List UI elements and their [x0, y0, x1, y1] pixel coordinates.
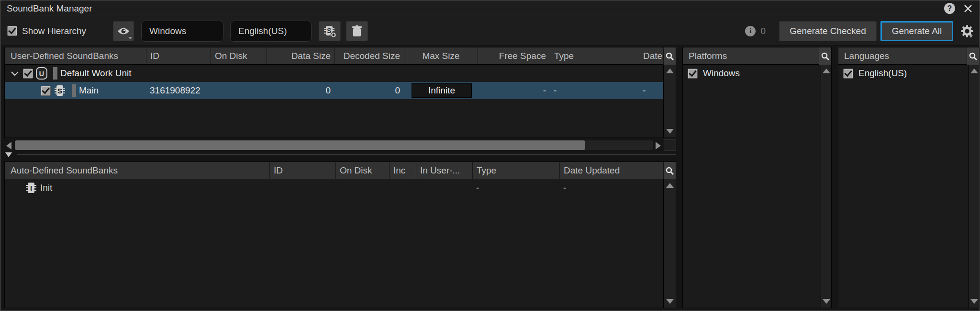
table-row-work-unit[interactable]: U Default Work Unit [5, 65, 663, 82]
column-header-type[interactable]: Type [472, 162, 559, 179]
column-header-date[interactable]: Date U [639, 47, 663, 64]
column-header-inuser[interactable]: In User-... [416, 162, 472, 179]
scroll-down-arrow[interactable] [666, 299, 674, 304]
table-row-main-soundbank[interactable]: S Main 3161908922 0 0 Infinite - [5, 82, 663, 99]
platforms-search-button[interactable] [819, 47, 831, 65]
soundbank-icon: S [53, 84, 67, 97]
titlebar: SoundBank Manager ? [1, 1, 979, 16]
settings-button[interactable] [960, 23, 974, 39]
column-header-ondisk[interactable]: On Disk [335, 162, 389, 179]
scroll-right-arrow[interactable] [656, 142, 661, 150]
soundbank-date: - [639, 85, 663, 96]
language-label: English(US) [858, 68, 907, 79]
scrollbar-corner [664, 139, 676, 151]
chevron-expand-icon[interactable] [11, 71, 19, 76]
scroll-up-arrow[interactable] [823, 69, 830, 73]
user-defined-table-header: User-Defined SoundBanks ID On Disk Data … [5, 47, 676, 65]
scroll-down-arrow[interactable] [970, 299, 978, 304]
column-header-name[interactable]: User-Defined SoundBanks [5, 47, 146, 64]
user-defined-table-body: U Default Work Unit [5, 65, 663, 138]
notes-indicator [72, 84, 76, 97]
generate-all-button[interactable]: Generate All [880, 21, 953, 41]
soundbank-type: - [550, 85, 639, 96]
search-icon [666, 52, 674, 60]
language-checkbox[interactable] [843, 69, 853, 79]
message-count: 0 [760, 26, 766, 36]
soundbank-datasize: 0 [267, 85, 334, 96]
scroll-down-arrow[interactable] [666, 129, 674, 134]
scroll-up-arrow[interactable] [666, 183, 674, 188]
scroll-left-arrow[interactable] [6, 142, 11, 150]
help-icon[interactable]: ? [944, 3, 955, 14]
column-header-id[interactable]: ID [269, 162, 335, 179]
vertical-scrollbar[interactable] [663, 65, 676, 138]
language-item-english-us[interactable]: English(US) [838, 65, 969, 82]
main-soundbank-checkbox[interactable] [41, 86, 51, 96]
scroll-up-arrow[interactable] [666, 69, 674, 73]
column-header-type[interactable]: Type [550, 47, 639, 64]
column-header-ondisk[interactable]: On Disk [211, 47, 267, 64]
soundbank-name: Main [79, 85, 99, 96]
soundbank-id: 3161908922 [146, 85, 211, 96]
language-dropdown[interactable]: English(US) [230, 21, 312, 42]
svg-text:S: S [327, 27, 331, 35]
init-bank-icon: I [24, 181, 38, 195]
pane-splitter-arrow[interactable] [5, 152, 12, 157]
languages-search-button[interactable] [967, 47, 979, 65]
close-icon[interactable] [963, 3, 973, 14]
scroll-down-arrow[interactable] [823, 299, 830, 304]
show-hierarchy-toggle[interactable]: Show Hierarchy [7, 26, 86, 36]
column-header-decodedsize[interactable]: Decoded Size [334, 47, 404, 64]
chevron-down-icon [128, 37, 132, 39]
column-header-freespace[interactable]: Free Space [478, 47, 550, 64]
platform-dropdown-value: Windows [149, 26, 186, 36]
column-header-inc[interactable]: Inc [389, 162, 416, 179]
auto-defined-soundbanks-pane: Auto-Defined SoundBanks ID On Disk Inc I… [4, 161, 676, 308]
svg-text:S: S [57, 87, 62, 95]
user-defined-soundbanks-pane: User-Defined SoundBanks ID On Disk Data … [4, 47, 676, 138]
generate-checked-label: Generate Checked [790, 26, 866, 36]
scrollbar-thumb[interactable] [15, 140, 585, 150]
platform-checkbox[interactable] [688, 69, 698, 79]
column-header-dateupdated[interactable]: Date Updated [559, 162, 663, 179]
language-dropdown-value: English(US) [238, 26, 287, 36]
work-unit-icon: U [36, 67, 47, 80]
horizontal-scrollbar[interactable] [4, 139, 676, 151]
new-soundbank-button[interactable]: S [319, 21, 341, 41]
vertical-scrollbar[interactable] [663, 179, 676, 308]
max-size-value: Infinite [412, 83, 472, 98]
languages-pane: Languages English(US) [838, 47, 980, 308]
generate-checked-button[interactable]: Generate Checked [779, 21, 877, 41]
languages-title: Languages [838, 47, 967, 64]
message-counter: i 0 [745, 26, 766, 36]
window-title: SoundBank Manager [7, 3, 944, 14]
platform-item-windows[interactable]: Windows [683, 65, 821, 82]
soundbank-manager-window: SoundBank Manager ? Show Hierarchy Windo… [0, 0, 980, 311]
table-search-button[interactable] [663, 162, 676, 179]
max-size-editor[interactable]: Infinite [412, 83, 472, 98]
delete-button[interactable] [346, 21, 368, 41]
pane-splitter[interactable] [17, 154, 676, 155]
vertical-scrollbar[interactable] [821, 65, 831, 308]
auto-defined-table-header: Auto-Defined SoundBanks ID On Disk Inc I… [5, 162, 676, 179]
column-header-datasize[interactable]: Data Size [267, 47, 334, 64]
table-search-button[interactable] [663, 47, 676, 65]
search-icon [666, 167, 674, 175]
scroll-up-arrow[interactable] [970, 69, 978, 73]
column-header-name[interactable]: Auto-Defined SoundBanks [5, 162, 269, 179]
search-icon [821, 52, 829, 60]
platforms-header: Platforms [683, 47, 831, 65]
column-header-maxsize[interactable]: Max Size [404, 47, 478, 64]
vertical-scrollbar[interactable] [969, 65, 979, 308]
languages-header: Languages [838, 47, 979, 65]
show-hierarchy-checkbox[interactable] [7, 26, 17, 36]
column-header-id[interactable]: ID [146, 47, 211, 64]
chevron-down-icon [969, 35, 973, 38]
platform-dropdown[interactable]: Windows [141, 21, 223, 42]
view-filter-button[interactable] [113, 21, 134, 41]
work-unit-checkbox[interactable] [23, 69, 33, 79]
work-unit-name: Default Work Unit [60, 68, 132, 79]
generate-all-label: Generate All [892, 26, 942, 36]
init-type: - [472, 183, 559, 193]
table-row-init-soundbank[interactable]: I Init - - [5, 179, 663, 196]
